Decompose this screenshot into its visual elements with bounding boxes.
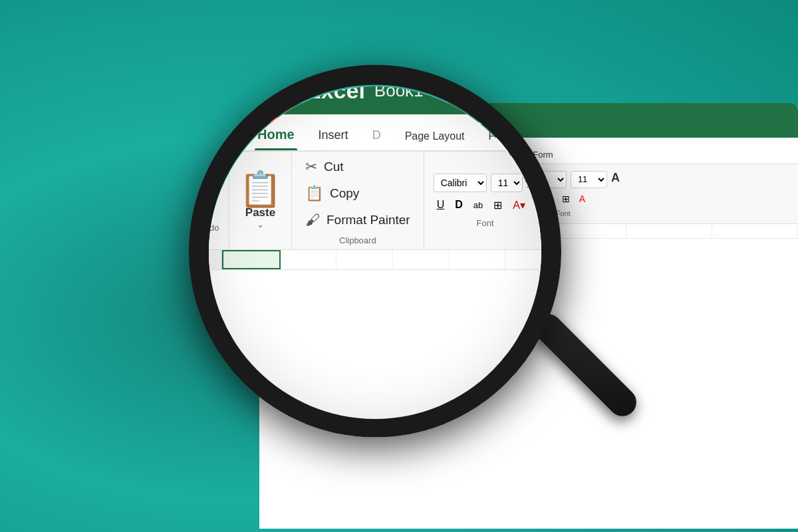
bg-tl-yellow (283, 116, 292, 125)
excel-window-background: Excel Book1 - Saved ⌄ File Home Insert D… (259, 103, 798, 529)
bg-font-formats: U D ab ⊞ A (507, 192, 620, 205)
bg-font-name-select[interactable]: Calibri (507, 171, 567, 188)
bg-tab-draw[interactable]: D (420, 145, 448, 164)
bg-copy-item: 📋 Copy (396, 188, 474, 201)
bg-bold-D[interactable]: D (523, 192, 536, 205)
bg-title-chevron: ⌄ (476, 114, 485, 127)
bg-font-size-select[interactable]: 11 (571, 171, 607, 188)
bg-tab-insert[interactable]: Insert (376, 145, 420, 164)
bg-tl-green (297, 116, 305, 125)
bg-font-group: Calibri 11 A U D ab ⊞ A Font (497, 171, 629, 217)
bg-doc-name: Book1 - Saved (395, 114, 469, 127)
bg-border-btn[interactable]: ⊞ (559, 192, 573, 205)
bg-undo-group: ↺ ↻ Undo (293, 170, 310, 218)
bg-paste-group: 📋 Paste ⌄ (323, 170, 374, 218)
bg-tab-home[interactable]: Home (329, 145, 376, 164)
bg-titlebar: Excel Book1 - Saved ⌄ (259, 103, 798, 138)
bg-tab-file[interactable]: File (293, 145, 329, 164)
bg-tab-formulas[interactable]: Form (522, 146, 563, 164)
bg-spreadsheet: 1 (259, 224, 798, 239)
bg-underline-btn[interactable]: U (507, 192, 520, 205)
bg-font-a-icon: A (611, 171, 620, 188)
bg-tl-red (270, 116, 279, 125)
bg-clipboard-items: ✂ Cut 📋 Copy 🖌 Format Painter (387, 172, 483, 217)
bg-ribbon-content: ↺ ↻ Undo 📋 Paste ⌄ ✂ Cut 📋 Copy 🖌 Format… (259, 164, 798, 224)
bg-formatpainter-item: 🖌 Format Painter (396, 205, 474, 217)
bg-tab-pagelayout[interactable]: Page Layout (449, 145, 523, 164)
bg-grid-icon (321, 114, 335, 128)
bg-ribbon-tabs: File Home Insert D Page Layout Form (259, 138, 798, 164)
bg-font-label: Font (507, 209, 620, 217)
bg-app-name: Excel (348, 113, 383, 128)
bg-fill-color[interactable]: A (576, 192, 589, 205)
bg-strikethrough-btn[interactable]: ab (539, 192, 556, 205)
bg-cut-item: ✂ Cut (396, 172, 474, 184)
